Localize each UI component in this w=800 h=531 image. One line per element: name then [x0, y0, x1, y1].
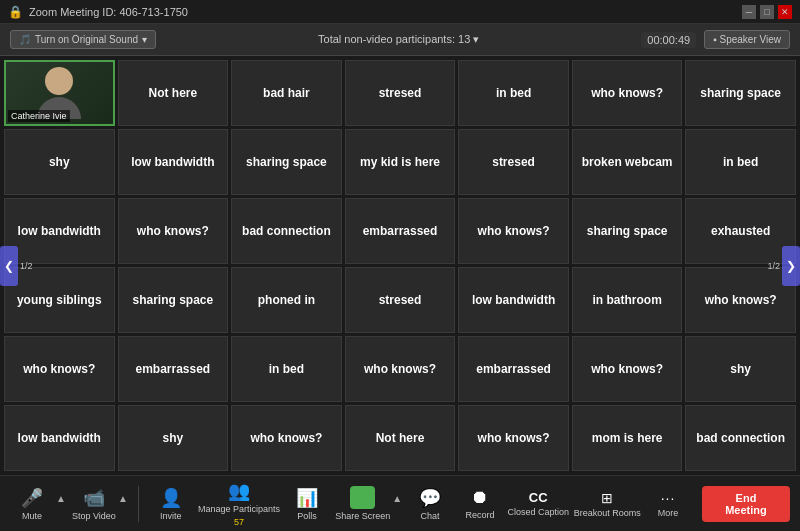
stop-video-button[interactable]: 📹 Stop Video — [72, 487, 116, 521]
share-caret[interactable]: ▲ — [392, 493, 402, 504]
manage-participants-button[interactable]: 👥 Manage Participants 57 — [199, 480, 279, 527]
chat-icon: 💬 — [419, 487, 441, 509]
mic-icon: 🎤 — [21, 487, 43, 509]
video-cell[interactable]: stresed — [345, 267, 456, 333]
video-cell[interactable]: embarrassed — [345, 198, 456, 264]
video-cell[interactable]: who knows? — [572, 336, 683, 402]
video-cell[interactable]: who knows? — [572, 60, 683, 126]
nav-arrow-right[interactable]: ❯ — [782, 246, 800, 286]
top-toolbar: 🎵 Turn on Original Sound ▾ Total non-vid… — [0, 24, 800, 56]
video-cell[interactable]: Catherine Ivie — [4, 60, 115, 126]
video-cell[interactable]: shy — [685, 336, 796, 402]
video-cell[interactable]: stresed — [345, 60, 456, 126]
cell-label: my kid is here — [360, 155, 440, 169]
polls-button[interactable]: 📊 Polls — [285, 487, 329, 521]
close-button[interactable]: ✕ — [778, 5, 792, 19]
video-cell[interactable]: phoned in — [231, 267, 342, 333]
video-cell[interactable]: embarrassed — [118, 336, 229, 402]
video-cell[interactable]: broken webcam — [572, 129, 683, 195]
title-bar-left: 🔒 Zoom Meeting ID: 406-713-1750 — [8, 5, 188, 19]
video-caret[interactable]: ▲ — [118, 493, 128, 504]
cell-label: who knows? — [591, 362, 663, 376]
cell-label: shy — [730, 362, 751, 376]
video-cell[interactable]: Not here — [118, 60, 229, 126]
video-cell[interactable]: shy — [118, 405, 229, 471]
video-cell[interactable]: low bandwidth — [458, 267, 569, 333]
video-cell[interactable]: Not here — [345, 405, 456, 471]
video-cell[interactable]: stresed — [458, 129, 569, 195]
video-cell[interactable]: embarrassed — [458, 336, 569, 402]
cell-label: low bandwidth — [18, 224, 101, 238]
cell-label: in bed — [269, 362, 304, 376]
video-cell[interactable]: bad connection — [685, 405, 796, 471]
cell-label: young siblings — [17, 293, 102, 307]
cell-label: sharing space — [133, 293, 214, 307]
cell-label: stresed — [379, 293, 422, 307]
more-button[interactable]: ··· More — [646, 490, 690, 518]
video-cell[interactable]: in bed — [458, 60, 569, 126]
share-screen-button[interactable]: ⬆ Share Screen — [335, 486, 390, 521]
cell-label: bad hair — [263, 86, 310, 100]
video-cell[interactable]: sharing space — [572, 198, 683, 264]
original-sound-button[interactable]: 🎵 Turn on Original Sound ▾ — [10, 30, 156, 49]
mute-group: 🎤 Mute ▲ — [10, 487, 66, 521]
video-cell[interactable]: sharing space — [118, 267, 229, 333]
maximize-button[interactable]: □ — [760, 5, 774, 19]
video-cell[interactable]: in bed — [685, 129, 796, 195]
right-arrow-icon: ❯ — [786, 259, 796, 273]
video-cell[interactable]: who knows? — [4, 336, 115, 402]
cell-label: embarrassed — [476, 362, 551, 376]
cell-label: who knows? — [137, 224, 209, 238]
cell-label: exhausted — [711, 224, 770, 238]
cell-label: broken webcam — [582, 155, 673, 169]
record-icon: ⏺ — [471, 487, 489, 508]
mute-caret[interactable]: ▲ — [56, 493, 66, 504]
video-cell[interactable]: in bed — [231, 336, 342, 402]
share-icon: ⬆ — [350, 486, 375, 509]
cell-label: low bandwidth — [472, 293, 555, 307]
speaker-view-button[interactable]: ▪ Speaker View — [704, 30, 790, 49]
video-cell[interactable]: sharing space — [231, 129, 342, 195]
video-cell[interactable]: exhausted — [685, 198, 796, 264]
page-indicator-left: 1/2 — [20, 261, 33, 271]
video-cell[interactable]: my kid is here — [345, 129, 456, 195]
cell-label: who knows? — [705, 293, 777, 307]
breakout-rooms-button[interactable]: ⊞ Breakout Rooms — [574, 490, 640, 518]
video-cell[interactable]: low bandwidth — [118, 129, 229, 195]
cell-label: mom is here — [592, 431, 663, 445]
chat-button[interactable]: 💬 Chat — [408, 487, 452, 521]
video-cell[interactable]: in bathroom — [572, 267, 683, 333]
dropdown-arrow-icon: ▾ — [142, 34, 147, 45]
video-cell[interactable]: young siblings — [4, 267, 115, 333]
nav-arrow-left[interactable]: ❮ — [0, 246, 18, 286]
video-cell[interactable]: who knows? — [685, 267, 796, 333]
video-cell[interactable]: bad connection — [231, 198, 342, 264]
page-indicator-right: 1/2 — [767, 261, 780, 271]
zoom-icon: 🔒 — [8, 5, 23, 19]
closed-caption-button[interactable]: CC Closed Caption — [508, 490, 568, 517]
record-button[interactable]: ⏺ Record — [458, 487, 502, 520]
participant-count[interactable]: Total non-video participants: 13 ▾ — [318, 33, 479, 45]
cell-label: in bed — [496, 86, 531, 100]
video-cell[interactable]: shy — [4, 129, 115, 195]
video-cell[interactable]: who knows? — [231, 405, 342, 471]
mute-button[interactable]: 🎤 Mute — [10, 487, 54, 521]
cell-label: sharing space — [700, 86, 781, 100]
polls-icon: 📊 — [296, 487, 318, 509]
video-cell[interactable]: sharing space — [685, 60, 796, 126]
video-cell[interactable]: low bandwidth — [4, 198, 115, 264]
video-grid-container: ❮ 1/2 ❯ 1/2 Catherine IvieNot herebad ha… — [0, 56, 800, 475]
toolbar-center: Total non-video participants: 13 ▾ — [156, 33, 641, 46]
cell-label: embarrassed — [135, 362, 210, 376]
video-cell[interactable]: who knows? — [458, 405, 569, 471]
invite-button[interactable]: 👤 Invite — [149, 487, 193, 521]
video-cell[interactable]: mom is here — [572, 405, 683, 471]
meeting-timer: 00:00:49 — [641, 32, 696, 48]
minimize-button[interactable]: ─ — [742, 5, 756, 19]
video-cell[interactable]: who knows? — [458, 198, 569, 264]
video-cell[interactable]: low bandwidth — [4, 405, 115, 471]
video-cell[interactable]: who knows? — [118, 198, 229, 264]
video-cell[interactable]: who knows? — [345, 336, 456, 402]
end-meeting-button[interactable]: End Meeting — [702, 486, 790, 522]
video-cell[interactable]: bad hair — [231, 60, 342, 126]
